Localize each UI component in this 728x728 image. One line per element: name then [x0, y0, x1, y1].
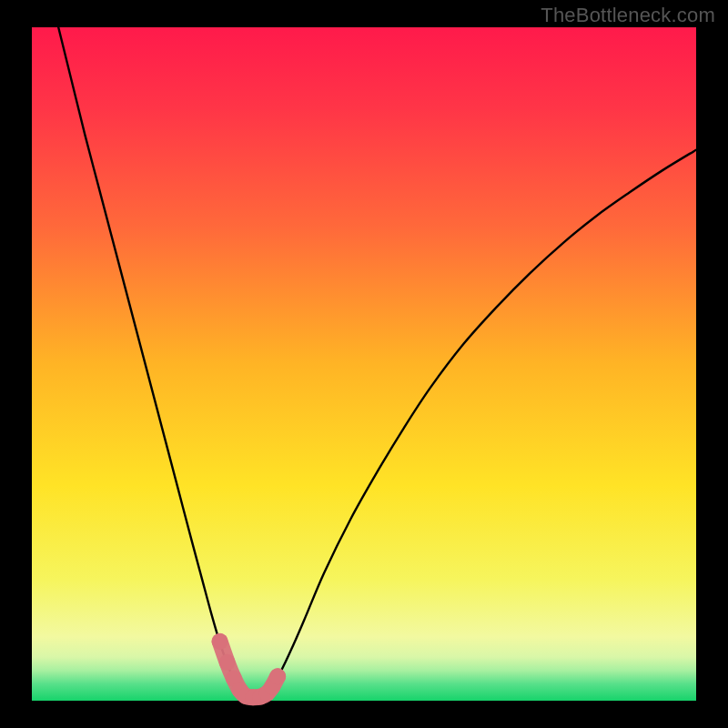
optimal-zone-marker: [219, 654, 236, 671]
bottleneck-curve-chart: [0, 0, 728, 728]
optimal-zone-marker: [269, 668, 286, 684]
optimal-zone-marker: [212, 633, 228, 650]
chart-frame: TheBottleneck.com: [0, 0, 728, 728]
plot-background: [32, 27, 696, 701]
